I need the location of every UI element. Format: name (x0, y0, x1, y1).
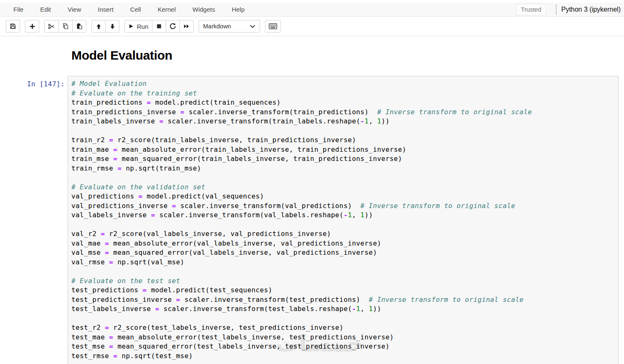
save-icon (10, 23, 16, 30)
play-icon (128, 23, 134, 29)
code-line: train_mse = mean_squared_error(train_lab… (71, 154, 615, 164)
restart-run-all-button[interactable] (179, 20, 194, 33)
code-line: train_r2 = r2_score(train_labels_inverse… (71, 136, 615, 145)
code-line: val_labels_inverse = scaler.inverse_tran… (71, 211, 615, 220)
cut-button[interactable] (44, 20, 59, 33)
trusted-badge: Trusted (516, 4, 546, 15)
notebook-area: Model Evaluation In [147]: خمسات # Model… (0, 36, 624, 364)
move-cell-down-button[interactable] (105, 20, 119, 33)
code-line: test_r2 = r2_score(test_labels_inverse, … (71, 323, 615, 333)
move-down-icon (109, 23, 116, 30)
toolbar: Run Markdown (0, 17, 624, 36)
menu-help[interactable]: Help (223, 6, 253, 13)
code-input-area[interactable]: خمسات # Model Evaluation# Evaluate on th… (68, 76, 619, 364)
menu-widgets[interactable]: Widgets (184, 6, 223, 13)
move-cell-up-button[interactable] (91, 20, 106, 33)
cut-icon (48, 23, 55, 30)
restart-kernel-button[interactable] (166, 20, 180, 33)
code-line: test_mse = mean_squared_error(test_label… (71, 342, 615, 351)
code-line: val_predictions_inverse = scaler.inverse… (71, 201, 615, 211)
move-up-icon (96, 23, 102, 30)
code-line: train_mae = mean_absolute_error(train_la… (71, 145, 615, 155)
markdown-rendered-content: Model Evaluation (68, 46, 172, 65)
code-line (71, 126, 615, 136)
restart-run-all-icon (183, 23, 190, 29)
menu-insert[interactable]: Insert (89, 6, 122, 13)
code-line: val_r2 = r2_score(val_labels_inverse, va… (71, 229, 615, 239)
code-line: train_rmse = np.sqrt(train_mse) (71, 164, 615, 173)
code-line: val_mse = mean_squared_error(val_labels_… (71, 248, 615, 258)
code-line: # Evaluate on the validation set (71, 183, 615, 192)
cell-type-select[interactable]: Markdown (199, 20, 260, 33)
code-line: val_predictions = model.predict(val_sequ… (71, 192, 615, 201)
save-button[interactable] (6, 20, 20, 33)
code-line: val_rmse = np.sqrt(val_mse) (71, 258, 615, 267)
code-editor[interactable]: # Model Evaluation# Evaluate on the trai… (71, 79, 615, 361)
menu-bar: File Edit View Insert Cell Kernel Widget… (0, 3, 624, 17)
insert-cell-button[interactable] (25, 20, 39, 33)
code-line: test_rmse = np.sqrt(test_mse) (71, 351, 615, 361)
chevron-down-icon (250, 25, 255, 28)
menu-file[interactable]: File (5, 6, 32, 13)
run-button-group: Run (124, 20, 194, 33)
command-palette-button[interactable] (265, 20, 281, 33)
menu-cell[interactable]: Cell (122, 6, 149, 13)
code-line: train_predictions_inverse = scaler.inver… (71, 108, 615, 117)
run-button[interactable]: Run (124, 20, 152, 33)
code-line: val_mae = mean_absolute_error(val_labels… (71, 239, 615, 249)
code-line (71, 267, 615, 276)
move-button-group (91, 20, 119, 33)
code-line: train_labels_inverse = scaler.inverse_tr… (71, 117, 615, 126)
code-line: test_mae = mean_absolute_error(test_labe… (71, 333, 615, 342)
code-cell[interactable]: In [147]: خمسات # Model Evaluation# Eval… (0, 76, 624, 364)
notebook-header: File Edit View Insert Cell Kernel Widget… (0, 3, 624, 36)
code-line (71, 220, 615, 230)
copy-button[interactable] (58, 20, 73, 33)
edit-button-group (44, 20, 86, 33)
code-line (71, 314, 615, 324)
code-line (71, 173, 615, 183)
code-line: test_predictions = model.predict(test_se… (71, 286, 615, 295)
code-line: # Evaluate on the test set (71, 276, 615, 286)
input-prompt: In [147]: (0, 76, 68, 88)
code-line: test_labels_inverse = scaler.inverse_tra… (71, 304, 615, 314)
menu-edit[interactable]: Edit (32, 6, 59, 13)
kernel-name[interactable]: Python 3 (ipykernel) (561, 6, 621, 13)
restart-icon (169, 23, 176, 30)
kernel-divider (556, 4, 556, 15)
copy-icon (62, 23, 69, 30)
paste-button[interactable] (72, 20, 86, 33)
code-line: test_predictions_inverse = scaler.invers… (71, 295, 615, 305)
code-line: # Evaluate on the training set (71, 89, 615, 98)
run-button-label: Run (137, 23, 149, 30)
cell-type-value: Markdown (203, 23, 231, 30)
page-title: Model Evaluation (71, 46, 172, 65)
add-cell-icon (29, 23, 35, 30)
menu-kernel[interactable]: Kernel (149, 6, 184, 13)
paste-icon (76, 23, 83, 30)
stop-icon (156, 23, 162, 29)
markdown-cell[interactable]: Model Evaluation (0, 46, 624, 65)
menu-view[interactable]: View (59, 6, 89, 13)
keyboard-icon (269, 23, 277, 29)
stop-button[interactable] (152, 20, 166, 33)
code-line: # Model Evaluation (71, 79, 615, 89)
code-line: train_predictions = model.predict(train_… (71, 98, 615, 108)
